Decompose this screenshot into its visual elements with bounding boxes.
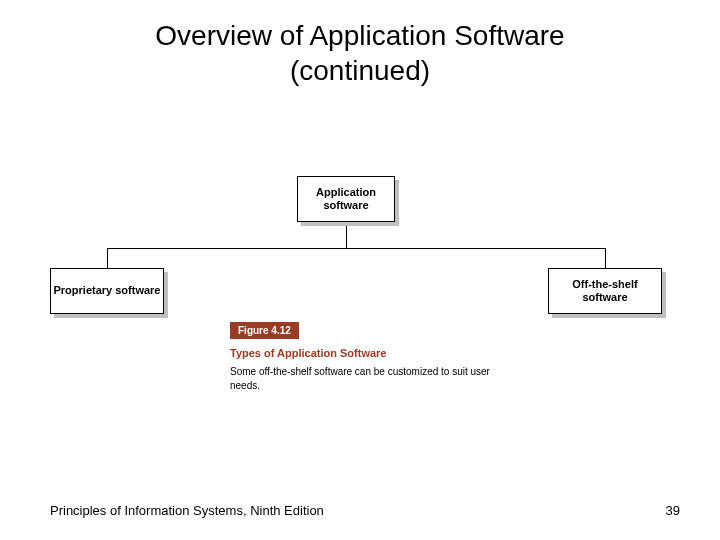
figure-caption: Some off-the-shelf software can be custo… <box>230 365 490 392</box>
node-off-the-shelf-software: Off-the-shelf software <box>548 268 662 314</box>
footer-source: Principles of Information Systems, Ninth… <box>50 503 324 518</box>
slide-title: Overview of Application Software (contin… <box>0 0 720 88</box>
footer-page-number: 39 <box>666 503 680 518</box>
hierarchy-diagram: Application software Proprietary softwar… <box>50 170 670 400</box>
figure-caption-block: Figure 4.12 Types of Application Softwar… <box>230 320 490 392</box>
node-label: Application software <box>298 186 394 212</box>
node-label: Off-the-shelf software <box>549 278 661 304</box>
connector-line <box>107 248 108 268</box>
connector-line <box>346 224 347 248</box>
node-application-software: Application software <box>297 176 395 222</box>
connector-line <box>605 248 606 268</box>
node-proprietary-software: Proprietary software <box>50 268 164 314</box>
slide-footer: Principles of Information Systems, Ninth… <box>50 503 680 518</box>
figure-title: Types of Application Software <box>230 347 490 359</box>
title-line-1: Overview of Application Software <box>155 20 564 51</box>
connector-line <box>107 248 605 249</box>
title-line-2: (continued) <box>290 55 430 86</box>
node-label: Proprietary software <box>54 284 161 297</box>
figure-number-badge: Figure 4.12 <box>230 322 299 339</box>
